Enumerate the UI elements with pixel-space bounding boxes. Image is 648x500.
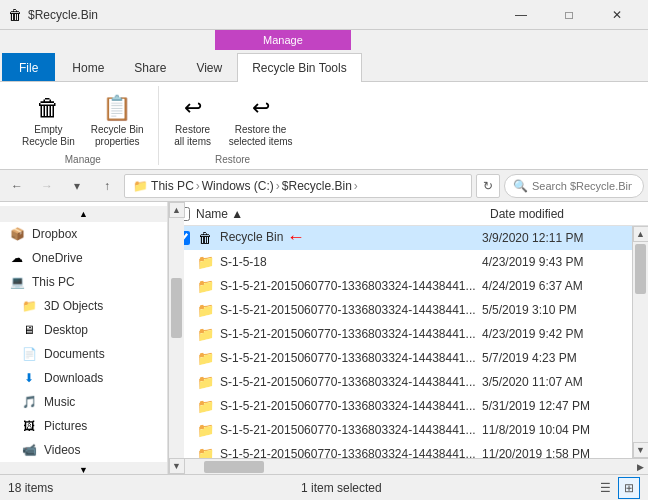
file-list-scroll-track[interactable] bbox=[633, 242, 648, 442]
recent-button[interactable]: ▾ bbox=[64, 173, 90, 199]
sidebar-item-documents[interactable]: 📄 Documents bbox=[0, 342, 167, 366]
restore-selected-button[interactable]: ↩ Restore theselected items bbox=[223, 90, 299, 150]
forward-button[interactable]: → bbox=[34, 173, 60, 199]
file-row-s-1-5-21-7[interactable]: 📁 S-1-5-21-2015060770-1336803324-1443844… bbox=[168, 418, 632, 442]
empty-recycle-bin-button[interactable]: 🗑 EmptyRecycle Bin bbox=[16, 90, 81, 150]
file-list-body: 🗑 Recycle Bin ← 3/9/2020 12:11 PM 📁 S-1-… bbox=[168, 226, 648, 458]
ribbon-group-restore-items: ↩ Restoreall items ↩ Restore theselected… bbox=[167, 90, 299, 150]
desktop-icon: 🖥 bbox=[20, 321, 38, 339]
sidebar-scroll-down-btn[interactable]: ▼ bbox=[169, 458, 185, 474]
search-input[interactable] bbox=[532, 180, 632, 192]
sidebar: ▲ 📦 Dropbox ☁ OneDrive 💻 This PC 📁 3D Ob… bbox=[0, 202, 168, 474]
close-button[interactable]: ✕ bbox=[594, 0, 640, 30]
file-list-h-scrollbar[interactable]: ◀ ▶ bbox=[168, 458, 648, 474]
main-content: ▲ 📦 Dropbox ☁ OneDrive 💻 This PC 📁 3D Ob… bbox=[0, 202, 648, 474]
sidebar-item-downloads[interactable]: ⬇ Downloads bbox=[0, 366, 167, 390]
sidebar-item-desktop[interactable]: 🖥 Desktop bbox=[0, 318, 167, 342]
documents-icon: 📄 bbox=[20, 345, 38, 363]
col-date-header[interactable]: Date modified bbox=[482, 203, 632, 225]
ribbon-group-manage: 🗑 EmptyRecycle Bin 📋 Recycle Binproperti… bbox=[8, 86, 159, 165]
file-list-scroll-thumb[interactable] bbox=[635, 244, 646, 294]
s-1-5-18-icon: 📁 bbox=[196, 253, 214, 271]
ribbon-group-restore-label: Restore bbox=[215, 154, 250, 165]
sidebar-item-music[interactable]: 🎵 Music bbox=[0, 390, 167, 414]
s-1-5-21-6-name: S-1-5-21-2015060770-1336803324-14438441.… bbox=[220, 399, 482, 413]
file-list-scroll-down-btn[interactable]: ▼ bbox=[633, 442, 649, 458]
sidebar-scroll-down[interactable]: ▼ bbox=[0, 462, 167, 474]
file-row-s-1-5-21-6[interactable]: 📁 S-1-5-21-2015060770-1336803324-1443844… bbox=[168, 394, 632, 418]
s-1-5-21-8-date: 11/20/2019 1:58 PM bbox=[482, 447, 632, 459]
col-name-header[interactable]: Name ▲ bbox=[196, 203, 482, 225]
recycle-bin-properties-label: Recycle Binproperties bbox=[91, 124, 144, 148]
title-bar-icon: 🗑 bbox=[8, 7, 22, 23]
this-pc-icon: 💻 bbox=[8, 273, 26, 291]
up-button[interactable]: ↑ bbox=[94, 173, 120, 199]
view-buttons: ☰ ⊞ bbox=[594, 477, 640, 499]
file-row-s-1-5-21-1[interactable]: 📁 S-1-5-21-2015060770-1336803324-1443844… bbox=[168, 274, 632, 298]
file-list-h-scroll-thumb[interactable] bbox=[204, 461, 264, 473]
sidebar-item-3d-objects[interactable]: 📁 3D Objects bbox=[0, 294, 167, 318]
tab-home[interactable]: Home bbox=[57, 53, 119, 81]
sidebar-item-this-pc[interactable]: 💻 This PC bbox=[0, 270, 167, 294]
file-row-recycle-bin[interactable]: 🗑 Recycle Bin ← 3/9/2020 12:11 PM bbox=[168, 226, 632, 250]
s-1-5-18-name: S-1-5-18 bbox=[220, 255, 482, 269]
search-box[interactable]: 🔍 bbox=[504, 174, 644, 198]
tab-view[interactable]: View bbox=[181, 53, 237, 81]
s-1-5-21-3-icon: 📁 bbox=[196, 325, 214, 343]
sidebar-item-pictures[interactable]: 🖼 Pictures bbox=[0, 414, 167, 438]
file-list: Name ▲ Date modified 🗑 Recycle Bin ← 3/9… bbox=[168, 202, 648, 474]
status-item-count: 18 items bbox=[8, 481, 289, 495]
dropbox-icon: 📦 bbox=[8, 225, 26, 243]
sidebar-item-onedrive[interactable]: ☁ OneDrive bbox=[0, 246, 167, 270]
tab-recyclebin[interactable]: Recycle Bin Tools bbox=[237, 53, 362, 82]
s-1-5-21-8-icon: 📁 bbox=[196, 445, 214, 459]
file-row-s-1-5-21-3[interactable]: 📁 S-1-5-21-2015060770-1336803324-1443844… bbox=[168, 322, 632, 346]
minimize-button[interactable]: — bbox=[498, 0, 544, 30]
arrow-indicator: ← bbox=[287, 227, 305, 247]
empty-recycle-bin-icon: 🗑 bbox=[32, 92, 64, 124]
sidebar-scroll-up[interactable]: ▲ bbox=[0, 206, 167, 222]
recycle-bin-properties-button[interactable]: 📋 Recycle Binproperties bbox=[85, 90, 150, 150]
ribbon-group-manage-label: Manage bbox=[65, 154, 101, 165]
restore-all-items-button[interactable]: ↩ Restoreall items bbox=[167, 90, 219, 150]
empty-recycle-bin-label: EmptyRecycle Bin bbox=[22, 124, 75, 148]
sidebar-scrollbar[interactable]: ▲ ▼ bbox=[168, 202, 184, 474]
sidebar-item-dropbox[interactable]: 📦 Dropbox bbox=[0, 222, 167, 246]
sidebar-scroll-up-btn[interactable]: ▲ bbox=[169, 202, 185, 218]
back-button[interactable]: ← bbox=[4, 173, 30, 199]
file-row-s-1-5-21-4[interactable]: 📁 S-1-5-21-2015060770-1336803324-1443844… bbox=[168, 346, 632, 370]
file-list-scroll-up-btn[interactable]: ▲ bbox=[633, 226, 649, 242]
file-row-s-1-5-21-5[interactable]: 📁 S-1-5-21-2015060770-1336803324-1443844… bbox=[168, 370, 632, 394]
file-rows: 🗑 Recycle Bin ← 3/9/2020 12:11 PM 📁 S-1-… bbox=[168, 226, 632, 458]
sidebar-scroll-thumb[interactable] bbox=[171, 278, 182, 338]
details-view-button[interactable]: ☰ bbox=[594, 477, 616, 499]
music-icon: 🎵 bbox=[20, 393, 38, 411]
ribbon-group-manage-items: 🗑 EmptyRecycle Bin 📋 Recycle Binproperti… bbox=[16, 90, 150, 150]
s-1-5-21-5-date: 3/5/2020 11:07 AM bbox=[482, 375, 632, 389]
sidebar-scroll-track[interactable] bbox=[169, 218, 184, 458]
ribbon-group-restore: ↩ Restoreall items ↩ Restore theselected… bbox=[159, 86, 307, 165]
file-row-s-1-5-21-2[interactable]: 📁 S-1-5-21-2015060770-1336803324-1443844… bbox=[168, 298, 632, 322]
restore-selected-icon: ↩ bbox=[245, 92, 277, 124]
list-view-button[interactable]: ⊞ bbox=[618, 477, 640, 499]
file-row-s-1-5-21-8[interactable]: 📁 S-1-5-21-2015060770-1336803324-1443844… bbox=[168, 442, 632, 458]
file-list-scrollbar[interactable]: ▲ ▼ bbox=[632, 226, 648, 458]
pictures-icon: 🖼 bbox=[20, 417, 38, 435]
refresh-button[interactable]: ↻ bbox=[476, 174, 500, 198]
tab-file[interactable]: File bbox=[2, 53, 55, 81]
tab-share[interactable]: Share bbox=[119, 53, 181, 81]
status-bar: 18 items 1 item selected ☰ ⊞ bbox=[0, 474, 648, 500]
file-row-s-1-5-18[interactable]: 📁 S-1-5-18 4/23/2019 9:43 PM bbox=[168, 250, 632, 274]
sidebar-item-videos[interactable]: 📹 Videos bbox=[0, 438, 167, 462]
s-1-5-21-2-icon: 📁 bbox=[196, 301, 214, 319]
maximize-button[interactable]: □ bbox=[546, 0, 592, 30]
file-list-h-scroll-right-btn[interactable]: ▶ bbox=[632, 459, 648, 475]
3d-objects-icon: 📁 bbox=[20, 297, 38, 315]
recycle-bin-row-date: 3/9/2020 12:11 PM bbox=[482, 231, 632, 245]
file-list-h-scroll-track[interactable] bbox=[184, 459, 632, 474]
address-path[interactable]: 📁 This PC › Windows (C:) › $Recycle.Bin … bbox=[124, 174, 472, 198]
s-1-5-21-5-icon: 📁 bbox=[196, 373, 214, 391]
s-1-5-21-2-date: 5/5/2019 3:10 PM bbox=[482, 303, 632, 317]
onedrive-icon: ☁ bbox=[8, 249, 26, 267]
manage-super-tab[interactable]: Manage bbox=[215, 30, 351, 50]
